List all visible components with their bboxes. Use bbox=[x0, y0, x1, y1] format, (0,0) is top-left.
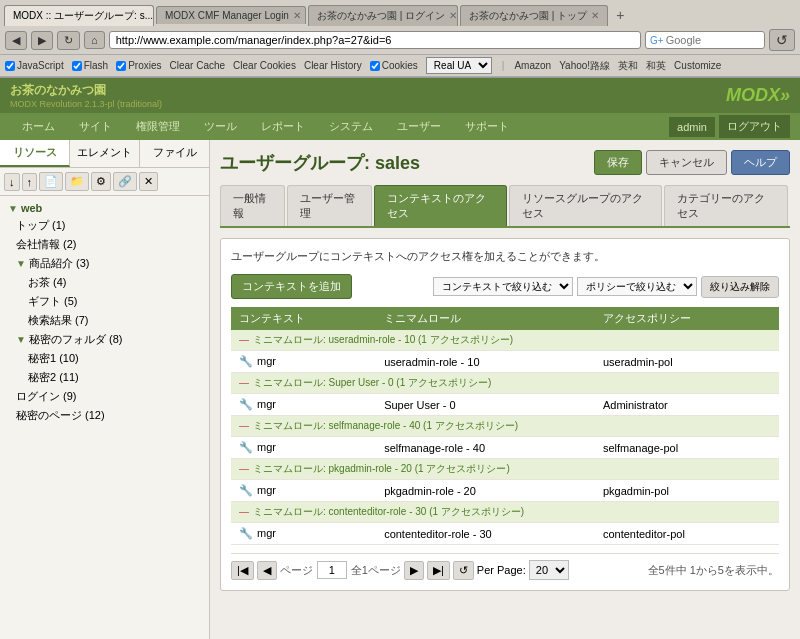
tree-item-login[interactable]: ログイン (9) bbox=[4, 387, 205, 406]
bookmark-javascript[interactable]: JavaScript bbox=[5, 60, 64, 71]
prev-page-btn[interactable]: ◀ bbox=[257, 561, 277, 580]
group-collapse-icon[interactable]: — bbox=[239, 506, 249, 517]
bookmark-proxies[interactable]: Proxies bbox=[116, 60, 161, 71]
bookmark-flash[interactable]: Flash bbox=[72, 60, 108, 71]
js-check[interactable] bbox=[5, 61, 15, 71]
tab-3[interactable]: お茶のなかみつ園 | ログイン ✕ bbox=[308, 5, 458, 26]
filter-clear-button[interactable]: 絞り込み解除 bbox=[701, 276, 779, 298]
group-collapse-icon[interactable]: — bbox=[239, 377, 249, 388]
policy-filter-select[interactable]: ポリシーで絞り込む bbox=[577, 277, 697, 296]
tab-4-close[interactable]: ✕ bbox=[591, 10, 599, 21]
tab-context-access[interactable]: コンテキストのアクセス bbox=[374, 185, 508, 226]
forward-button[interactable]: ▶ bbox=[31, 31, 53, 50]
bookmark-amazon[interactable]: Amazon bbox=[514, 60, 551, 71]
tab-2-close[interactable]: ✕ bbox=[293, 10, 301, 21]
nav-user[interactable]: ユーザー bbox=[385, 113, 453, 140]
tab-user-mgmt[interactable]: ユーザー管理 bbox=[287, 185, 372, 226]
tree-item-gift[interactable]: ギフト (5) bbox=[4, 292, 205, 311]
group-header-row: —ミニマムロール: Super User - 0 (1 アクセスポリシー) bbox=[231, 373, 779, 394]
main-nav: ホーム サイト 権限管理 ツール レポート システム ユーザー サポート adm… bbox=[0, 113, 800, 140]
sidebar-tab-elements[interactable]: エレメント bbox=[70, 140, 140, 167]
nav-home[interactable]: ホーム bbox=[10, 113, 67, 140]
per-page-select[interactable]: 20 bbox=[529, 560, 569, 580]
address-bar[interactable] bbox=[109, 31, 641, 49]
tree-btn-5[interactable]: ⚙ bbox=[91, 172, 111, 191]
bookmark-yahoo[interactable]: Yahoo!路線 bbox=[559, 59, 610, 73]
bookmark-clear-cookies[interactable]: Clear Cookies bbox=[233, 60, 296, 71]
tab-2[interactable]: MODX CMF Manager Login ✕ bbox=[156, 6, 306, 24]
tree-btn-3[interactable]: 📄 bbox=[39, 172, 63, 191]
tree-btn-7[interactable]: ✕ bbox=[139, 172, 158, 191]
cancel-button[interactable]: キャンセル bbox=[646, 150, 727, 175]
last-page-btn[interactable]: ▶| bbox=[427, 561, 450, 580]
nav-access[interactable]: 権限管理 bbox=[124, 113, 192, 140]
tab-4[interactable]: お茶のなかみつ園 | トップ ✕ bbox=[460, 5, 608, 26]
cookies-check[interactable] bbox=[370, 61, 380, 71]
tree-btn-4[interactable]: 📁 bbox=[65, 172, 89, 191]
group-collapse-icon[interactable]: — bbox=[239, 463, 249, 474]
proxies-check[interactable] bbox=[116, 61, 126, 71]
tree-item-secret-folder[interactable]: ▼ 秘密のフォルダ (8) bbox=[4, 330, 205, 349]
group-header-row: —ミニマムロール: contenteditor-role - 30 (1 アクセ… bbox=[231, 502, 779, 523]
tree-btn-2[interactable]: ↑ bbox=[22, 173, 38, 191]
tab-1[interactable]: MODX :: ユーザーグループ: s... ✕ bbox=[4, 5, 154, 26]
toggle-secret-folder[interactable]: ▼ bbox=[16, 334, 26, 345]
nav-tools[interactable]: ツール bbox=[192, 113, 249, 140]
tab-general[interactable]: 一般情報 bbox=[220, 185, 285, 226]
toggle-web[interactable]: ▼ bbox=[8, 203, 18, 214]
tab-bar: MODX :: ユーザーグループ: s... ✕ MODX CMF Manage… bbox=[0, 0, 800, 26]
sidebar-tab-resources[interactable]: リソース bbox=[0, 140, 70, 167]
tab-3-close[interactable]: ✕ bbox=[449, 10, 457, 21]
tab-resource-group[interactable]: リソースグループのアクセス bbox=[509, 185, 662, 226]
tree-btn-6[interactable]: 🔗 bbox=[113, 172, 137, 191]
tab-category-access[interactable]: カテゴリーのアクセス bbox=[664, 185, 788, 226]
admin-button[interactable]: admin bbox=[669, 117, 715, 137]
new-tab-button[interactable]: + bbox=[610, 4, 630, 26]
next-page-btn[interactable]: ▶ bbox=[404, 561, 424, 580]
tree-item-company[interactable]: 会社情報 (2) bbox=[4, 235, 205, 254]
table-row: 🔧mgrselfmanage-role - 40selfmanage-pol bbox=[231, 437, 779, 459]
context-icon: 🔧 bbox=[239, 398, 253, 410]
bookmark-eiwa[interactable]: 英和 bbox=[618, 59, 638, 73]
tree-item-products[interactable]: ▼ 商品紹介 (3) bbox=[4, 254, 205, 273]
nav-site[interactable]: サイト bbox=[67, 113, 124, 140]
bookmark-cookies[interactable]: Cookies bbox=[370, 60, 418, 71]
save-button[interactable]: 保存 bbox=[594, 150, 642, 175]
tree-btn-1[interactable]: ↓ bbox=[4, 173, 20, 191]
bookmark-clear-cache[interactable]: Clear Cache bbox=[170, 60, 226, 71]
tree-item-secret1[interactable]: 秘密1 (10) bbox=[4, 349, 205, 368]
tree-item-tea[interactable]: お茶 (4) bbox=[4, 273, 205, 292]
ua-select[interactable]: Real UA bbox=[426, 57, 492, 74]
flash-check[interactable] bbox=[72, 61, 82, 71]
bookmark-waei[interactable]: 和英 bbox=[646, 59, 666, 73]
tree-item-search[interactable]: 検索結果 (7) bbox=[4, 311, 205, 330]
address-input[interactable] bbox=[116, 34, 634, 46]
nav-system[interactable]: システム bbox=[317, 113, 385, 140]
nav-report[interactable]: レポート bbox=[249, 113, 317, 140]
refresh-icon-btn[interactable]: ↺ bbox=[769, 29, 795, 51]
main-content: ユーザーグループ: sales 保存 キャンセル ヘルプ 一般情報 ユーザー管理… bbox=[210, 140, 800, 639]
toggle-products[interactable]: ▼ bbox=[16, 258, 26, 269]
search-input[interactable] bbox=[666, 34, 746, 46]
nav-support[interactable]: サポート bbox=[453, 113, 521, 140]
bookmark-customize[interactable]: Customize bbox=[674, 60, 721, 71]
refresh-table-btn[interactable]: ↺ bbox=[453, 561, 474, 580]
page-input[interactable] bbox=[317, 561, 347, 579]
tree-item-secret2[interactable]: 秘密2 (11) bbox=[4, 368, 205, 387]
home-button[interactable]: ⌂ bbox=[84, 31, 105, 49]
tree-item-web[interactable]: ▼ web bbox=[4, 200, 205, 216]
reload-button[interactable]: ↻ bbox=[57, 31, 80, 50]
context-filter-select[interactable]: コンテキストで絞り込む bbox=[433, 277, 573, 296]
search-bar[interactable]: G+ bbox=[645, 31, 765, 49]
sidebar-tab-files[interactable]: ファイル bbox=[140, 140, 209, 167]
logout-button[interactable]: ログアウト bbox=[719, 115, 790, 138]
group-collapse-icon[interactable]: — bbox=[239, 420, 249, 431]
back-button[interactable]: ◀ bbox=[5, 31, 27, 50]
add-context-button[interactable]: コンテキストを追加 bbox=[231, 274, 352, 299]
tree-item-secret-page[interactable]: 秘密のページ (12) bbox=[4, 406, 205, 425]
first-page-btn[interactable]: |◀ bbox=[231, 561, 254, 580]
bookmark-clear-history[interactable]: Clear History bbox=[304, 60, 362, 71]
tree-item-top[interactable]: トップ (1) bbox=[4, 216, 205, 235]
group-collapse-icon[interactable]: — bbox=[239, 334, 249, 345]
help-button[interactable]: ヘルプ bbox=[731, 150, 790, 175]
